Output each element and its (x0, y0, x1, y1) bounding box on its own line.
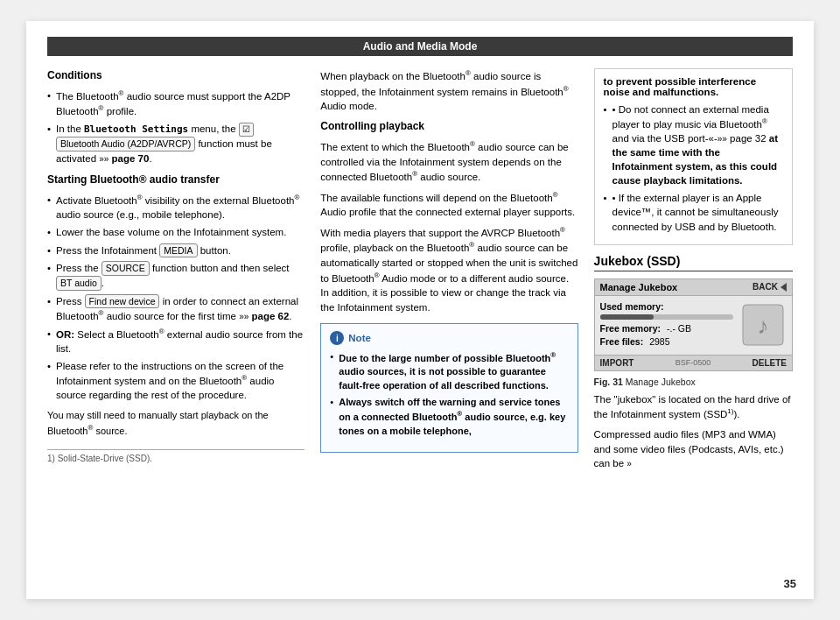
starting-item-6: OR: Select a Bluetooth® external audio s… (47, 327, 304, 356)
memory-progress-fill (600, 314, 654, 320)
warning-item-2: • If the external player is an Apple dev… (604, 191, 783, 233)
jukebox-body-text-2: Compressed audio files (MP3 and WMA) and… (594, 427, 793, 471)
fig-caption: Fig. 31 Manage Jukebox (594, 377, 793, 387)
used-memory-label: Used memory: (600, 301, 670, 312)
free-files-label: Free files: (600, 336, 644, 347)
jukebox-section: Jukebox (SSD) Manage Jukebox BACK Us (594, 254, 793, 471)
conditions-item-1: The Bluetooth® audio source must support… (47, 88, 304, 118)
svg-text:♪: ♪ (757, 313, 768, 339)
fig-label: Fig. 31 (594, 377, 623, 387)
middle-column: When playback on the Bluetooth® audio so… (320, 68, 578, 476)
note-icon: i (330, 331, 344, 345)
starting-item-3: Press the Infotainment MEDIA button. (47, 243, 304, 258)
jukebox-title: Jukebox (SSD) (594, 254, 793, 271)
note-list: Due to the large number of possible Blue… (330, 350, 568, 438)
memory-progress-bar (600, 314, 733, 320)
page: Audio and Media Mode Conditions The Blue… (26, 21, 814, 599)
conditions-title: Conditions (47, 68, 304, 83)
starting-item-5: Press Find new device in order to connec… (47, 294, 304, 324)
conditions-item-2: In the Bluetooth Settings menu, the ☑ Bl… (47, 122, 304, 166)
starting-item-7: Please refer to the instructions on the … (47, 359, 304, 402)
conditions-list: The Bluetooth® audio source must support… (47, 88, 304, 166)
note-box: i Note Due to the large number of possib… (320, 323, 578, 453)
free-memory-label: Free memory: (600, 323, 661, 334)
starting-item-1: Activate Bluetooth® visibility on the ex… (47, 193, 304, 222)
jukebox-content: Used memory: Free memory: -.- GB Free fi… (595, 296, 792, 355)
playback-note: You may still need to manually start pla… (47, 409, 304, 439)
right-column: to prevent possible interference noise a… (594, 68, 793, 476)
controlling-title: Controlling playback (320, 119, 578, 134)
note-item-1: Due to the large number of possible Blue… (330, 350, 568, 392)
main-content: Conditions The Bluetooth® audio source m… (47, 68, 793, 476)
warning-item-1: • Do not connect an external media playe… (604, 102, 783, 187)
back-arrow-icon (780, 283, 787, 292)
warning-box: to prevent possible interference noise a… (594, 68, 793, 245)
header-bar: Audio and Media Mode (47, 37, 793, 56)
intro-text: When playback on the Bluetooth® audio so… (320, 68, 578, 114)
starting-list: Activate Bluetooth® visibility on the ex… (47, 193, 304, 402)
jukebox-import-button[interactable]: IMPORT (600, 358, 634, 368)
footnote: 1) Solid-State-Drive (SSD). (47, 449, 304, 463)
starting-item-4: Press the SOURCE function button and the… (47, 261, 304, 290)
note-label: Note (348, 333, 371, 343)
controlling-text-2: The available functions will depend on t… (320, 190, 578, 220)
controlling-text-1: The extent to which the Bluetooth® audio… (320, 139, 578, 185)
free-files-value: 2985 (649, 336, 669, 347)
jukebox-body-text-1: The "jukebox" is located on the hard dri… (594, 392, 793, 422)
jukebox-music-icon-area: ♪ (738, 301, 787, 349)
fig-caption-text: Manage Jukebox (626, 377, 696, 387)
footnote-text: 1) Solid-State-Drive (SSD). (47, 454, 152, 463)
free-memory-row: Free memory: -.- GB (600, 323, 733, 334)
jukebox-back-label: BACK (752, 282, 778, 292)
warning-header: to prevent possible interference noise a… (604, 76, 783, 97)
note-item-2: Always switch off the warning and servic… (330, 396, 568, 438)
jukebox-topbar: Manage Jukebox BACK (595, 279, 792, 296)
jukebox-screen: Manage Jukebox BACK Used memory: (594, 278, 793, 371)
jukebox-bottombar: IMPORT BSF-0500 DELETE (595, 355, 792, 370)
page-number: 35 (784, 577, 796, 590)
note-header: i Note (330, 331, 568, 345)
jukebox-delete-button[interactable]: DELETE (752, 358, 787, 368)
warning-list: • Do not connect an external media playe… (604, 102, 783, 234)
jukebox-topbar-label: Manage Jukebox (600, 282, 678, 292)
screen-id: BSF-0500 (676, 358, 711, 368)
starting-title: Starting Bluetooth® audio transfer (47, 173, 304, 187)
left-column: Conditions The Bluetooth® audio source m… (47, 68, 304, 476)
jukebox-info: Used memory: Free memory: -.- GB Free fi… (600, 301, 733, 349)
free-memory-value: -.- GB (667, 323, 691, 334)
jukebox-back-button[interactable]: BACK (752, 282, 787, 292)
music-note-icon: ♪ (741, 303, 785, 347)
header-title: Audio and Media Mode (363, 40, 478, 53)
used-memory-row: Used memory: (600, 301, 733, 312)
free-files-row: Free files: 2985 (600, 336, 733, 347)
starting-item-2: Lower the base volume on the Infotainmen… (47, 225, 304, 239)
controlling-text-3: With media players that support the AVRC… (320, 225, 578, 315)
